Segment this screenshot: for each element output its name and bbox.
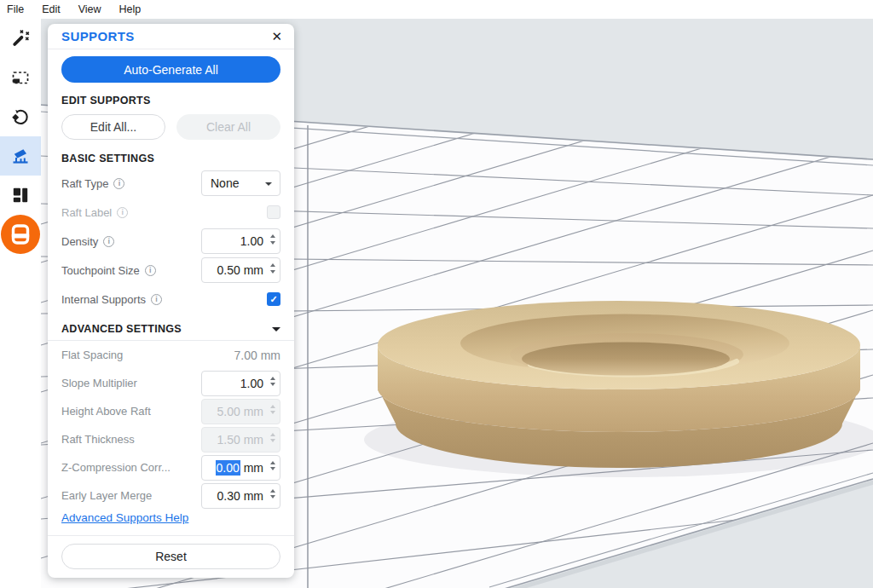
slope-multiplier-label: Slope Multiplier bbox=[61, 377, 137, 389]
info-icon[interactable]: i bbox=[103, 236, 114, 247]
early-layer-merge-label: Early Layer Merge bbox=[61, 489, 152, 502]
magic-wand-icon bbox=[10, 28, 31, 49]
raft-label-label: Raft Label bbox=[61, 206, 112, 219]
cartridge-alert-button[interactable] bbox=[0, 215, 41, 254]
internal-supports-checkbox[interactable]: ✓ bbox=[267, 292, 280, 306]
model-ring[interactable] bbox=[364, 301, 873, 477]
touchpoint-size-input[interactable]: 0.50 mm bbox=[201, 257, 280, 283]
layout-icon bbox=[10, 185, 31, 205]
height-above-raft-input: 5.00 mm bbox=[201, 399, 280, 424]
spinner-arrows[interactable] bbox=[270, 263, 275, 274]
flat-spacing-row: Flat Spacing 7.00 mm bbox=[61, 341, 280, 369]
panel-header: SUPPORTS ✕ bbox=[48, 24, 294, 49]
slope-multiplier-input[interactable]: 1.00 bbox=[201, 371, 280, 396]
height-above-raft-row: Height Above Raft 5.00 mm bbox=[61, 397, 280, 425]
alert-badge bbox=[1, 215, 40, 254]
spinner-arrows[interactable] bbox=[270, 377, 275, 387]
menu-view[interactable]: View bbox=[78, 3, 111, 15]
touchpoint-size-value: 0.50 mm bbox=[202, 263, 280, 277]
raft-label-row: Raft Label i bbox=[61, 198, 280, 227]
edit-supports-heading: EDIT SUPPORTS bbox=[61, 95, 280, 107]
raft-type-dropdown[interactable]: None bbox=[201, 170, 280, 196]
density-input[interactable]: 1.00 bbox=[201, 228, 280, 254]
internal-supports-row: Internal Supports i ✓ bbox=[61, 285, 280, 314]
spinner-arrows[interactable] bbox=[270, 234, 275, 245]
select-tool-button[interactable] bbox=[0, 58, 41, 97]
z-compression-label: Z-Compression Corr... bbox=[61, 461, 171, 474]
marquee-select-icon bbox=[10, 67, 31, 88]
menu-edit[interactable]: Edit bbox=[42, 3, 70, 15]
rotate-icon bbox=[10, 107, 31, 127]
raft-thickness-input: 1.50 mm bbox=[201, 427, 280, 453]
info-icon[interactable]: i bbox=[113, 178, 124, 189]
menu-file[interactable]: File bbox=[7, 3, 33, 15]
height-above-raft-label: Height Above Raft bbox=[61, 405, 151, 418]
menu-help[interactable]: Help bbox=[119, 3, 151, 15]
tool-sidebar bbox=[0, 19, 41, 588]
edit-all-button[interactable]: Edit All... bbox=[61, 114, 165, 140]
density-row: Density i 1.00 bbox=[61, 227, 280, 256]
orient-tool-button[interactable] bbox=[0, 97, 41, 136]
supports-tool-button[interactable] bbox=[0, 136, 41, 176]
spinner-arrows[interactable] bbox=[270, 489, 275, 499]
basic-settings-heading: BASIC SETTINGS bbox=[61, 153, 280, 164]
raft-type-label: Raft Type bbox=[61, 177, 108, 190]
cartridge-icon bbox=[9, 223, 32, 245]
menu-bar: File Edit View Help bbox=[0, 0, 873, 19]
raft-type-row: Raft Type i None bbox=[61, 169, 280, 198]
slope-multiplier-row: Slope Multiplier 1.00 bbox=[61, 369, 280, 397]
reset-button[interactable]: Reset bbox=[61, 544, 280, 569]
advanced-supports-help-link[interactable]: Advanced Supports Help bbox=[61, 511, 188, 527]
layout-tool-button[interactable] bbox=[0, 176, 41, 215]
touchpoint-size-label: Touchpoint Size bbox=[61, 264, 140, 277]
spinner-arrows[interactable] bbox=[270, 461, 275, 471]
close-icon[interactable]: ✕ bbox=[271, 30, 282, 43]
spinner-arrows bbox=[270, 433, 275, 443]
advanced-settings-heading: ADVANCED SETTINGS bbox=[61, 323, 182, 335]
raft-label-checkbox bbox=[267, 205, 280, 219]
one-click-print-button[interactable] bbox=[0, 19, 41, 58]
spinner-arrows bbox=[270, 405, 275, 415]
collapse-chevron-icon[interactable] bbox=[272, 327, 280, 331]
raft-thickness-row: Raft Thickness 1.50 mm bbox=[61, 425, 280, 453]
density-value: 1.00 bbox=[202, 234, 280, 248]
panel-title: SUPPORTS bbox=[61, 29, 135, 43]
chevron-down-icon bbox=[265, 182, 272, 186]
touchpoint-size-row: Touchpoint Size i 0.50 mm bbox=[61, 256, 280, 285]
info-icon[interactable]: i bbox=[151, 294, 162, 305]
advanced-settings-header[interactable]: ADVANCED SETTINGS bbox=[61, 318, 280, 340]
height-above-raft-value: 5.00 mm bbox=[202, 405, 280, 418]
z-compression-input[interactable]: 0.00 mm bbox=[201, 455, 280, 481]
flat-spacing-value: 7.00 mm bbox=[201, 349, 280, 362]
early-layer-merge-row: Early Layer Merge 0.30 mm bbox=[61, 481, 280, 510]
internal-supports-label: Internal Supports bbox=[61, 293, 146, 306]
info-icon[interactable]: i bbox=[145, 265, 156, 276]
clear-all-button: Clear All bbox=[176, 114, 280, 140]
supports-icon bbox=[10, 146, 31, 166]
auto-generate-all-button[interactable]: Auto-Generate All bbox=[61, 56, 280, 83]
density-label: Density bbox=[61, 235, 98, 248]
early-layer-merge-input[interactable]: 0.30 mm bbox=[201, 483, 280, 509]
z-compression-row: Z-Compression Corr... 0.00 mm bbox=[61, 453, 280, 481]
flat-spacing-label: Flat Spacing bbox=[61, 349, 123, 361]
raft-thickness-label: Raft Thickness bbox=[61, 433, 135, 446]
supports-panel: SUPPORTS ✕ Auto-Generate All EDIT SUPPOR… bbox=[48, 24, 294, 578]
early-layer-merge-value: 0.30 mm bbox=[202, 489, 280, 503]
info-icon[interactable]: i bbox=[117, 207, 128, 218]
z-compression-unit: mm bbox=[240, 461, 263, 475]
raft-thickness-value: 1.50 mm bbox=[202, 433, 280, 447]
slope-multiplier-value: 1.00 bbox=[202, 377, 280, 390]
z-compression-selected-value: 0.00 bbox=[216, 460, 240, 476]
